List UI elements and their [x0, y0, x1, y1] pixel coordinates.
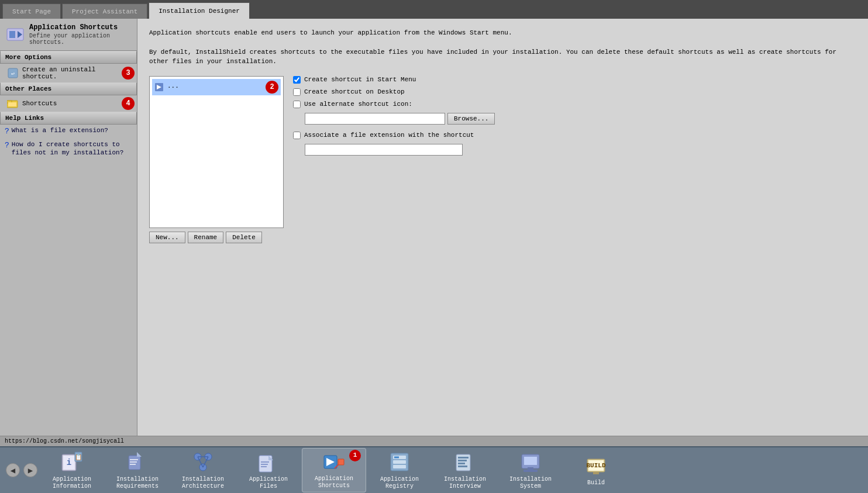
shortcut-buttons: New... Rename Delete	[149, 232, 284, 243]
checkbox-start-menu-label: Create shortcut in Start Menu	[304, 76, 416, 83]
taskbar-nav-right[interactable]: ▶	[23, 463, 37, 477]
svg-rect-53	[593, 472, 599, 474]
taskbar-item-app-files[interactable]: Application Files	[236, 448, 301, 492]
taskbar-nav-left[interactable]: ◀	[6, 463, 20, 477]
svg-text:i: i	[67, 458, 71, 467]
description-2: By default, InstallShield creates shortc…	[149, 47, 856, 67]
taskbar-item-app-info[interactable]: i 📋 Application Information	[40, 448, 104, 492]
svg-text:📋: 📋	[75, 453, 82, 461]
svg-rect-38	[393, 460, 406, 464]
badge-4: 4	[122, 97, 135, 110]
help-links-section: Help Links ? What is a file extension? ?…	[0, 112, 137, 158]
sidebar-item-shortcuts[interactable]: Shortcuts 4	[0, 95, 137, 112]
svg-rect-49	[524, 457, 537, 465]
svg-rect-48	[528, 467, 533, 470]
status-url: https://blog.csdn.net/songjisycall	[5, 438, 124, 444]
main-layout: Application Shortcuts Define your applic…	[0, 19, 868, 446]
svg-rect-47	[523, 470, 538, 472]
checkbox-start-menu[interactable]: Create shortcut in Start Menu	[293, 76, 856, 84]
app-shortcuts-header: Application Shortcuts Define your applic…	[0, 19, 137, 51]
inst-arch-icon	[191, 450, 215, 474]
shortcuts-icon	[7, 98, 19, 109]
svg-marker-17	[137, 452, 142, 457]
help-link-create-shortcuts[interactable]: ? How do I create shortcuts to files not…	[0, 139, 137, 159]
other-places-header: Other Places	[0, 82, 137, 95]
svg-rect-35	[338, 459, 344, 465]
checkbox-desktop-input[interactable]	[293, 88, 301, 96]
svg-rect-40	[394, 457, 399, 458]
checkbox-desktop[interactable]: Create shortcut on Desktop	[293, 88, 856, 96]
delete-button[interactable]: Delete	[226, 232, 262, 243]
taskbar-item-inst-arch[interactable]: Installation Architecture	[171, 448, 235, 492]
taskbar-label-inst-arch: Installation Architecture	[182, 476, 224, 490]
inst-req-icon	[126, 450, 149, 474]
app-shortcuts-icon	[6, 25, 25, 44]
taskbar-item-app-shortcuts[interactable]: Application Shortcuts 1	[302, 448, 366, 492]
checkbox-file-extension-label: Associate a file extension with the shor…	[304, 132, 474, 139]
content-area: Application shortcuts enable end users t…	[137, 19, 868, 446]
app-shortcuts-taskbar-icon	[322, 451, 346, 473]
checkbox-start-menu-input[interactable]	[293, 76, 301, 84]
more-options-header: More Options	[0, 51, 137, 64]
taskbar: ◀ ▶ i 📋 Application Information	[0, 446, 868, 493]
tab-installation-designer[interactable]: Installation Designer	[149, 2, 250, 19]
more-options-section: More Options ↩ Create an uninstall short…	[0, 51, 137, 82]
shortcut-file-icon	[154, 82, 164, 92]
taskbar-item-inst-req[interactable]: Installation Requirements	[105, 448, 170, 492]
svg-rect-39	[393, 465, 406, 468]
new-button[interactable]: New...	[149, 232, 185, 243]
taskbar-item-inst-interview[interactable]: Installation Interview	[433, 448, 497, 492]
icon-path-input[interactable]	[305, 113, 445, 125]
svg-rect-19	[130, 461, 137, 463]
svg-rect-45	[458, 466, 467, 467]
tab-start-page[interactable]: Start Page	[2, 4, 61, 19]
taskbar-badge-1: 1	[349, 450, 361, 461]
help-link-1-label: What is a file extension?	[12, 126, 108, 135]
svg-text:BUILD: BUILD	[586, 462, 605, 469]
svg-rect-18	[130, 459, 138, 460]
shortcut-list[interactable]: ··· 2	[149, 76, 284, 228]
tab-bar: Start Page Project Assistant Installatio…	[0, 0, 868, 19]
svg-text:↩: ↩	[11, 71, 15, 77]
sidebar-title: Application Shortcuts	[29, 23, 131, 32]
help-link-file-extension[interactable]: ? What is a file extension?	[0, 125, 137, 139]
other-places-section: Other Places Shortcuts 4	[0, 82, 137, 112]
options-area: Create shortcut in Start Menu Create sho…	[293, 76, 856, 243]
svg-rect-1	[9, 31, 15, 38]
taskbar-label-build: Build	[587, 480, 605, 487]
taskbar-label-app-files: Application Files	[249, 476, 288, 490]
rename-button[interactable]: Rename	[188, 232, 224, 243]
help-icon-1: ?	[5, 127, 9, 137]
shortcuts-label: Shortcuts	[22, 100, 57, 107]
checkbox-alternate-icon-input[interactable]	[293, 101, 301, 108]
browse-button[interactable]: Browse...	[447, 113, 495, 125]
sidebar-item-uninstall[interactable]: ↩ Create an uninstall shortcut. 3	[0, 64, 137, 82]
checkbox-alternate-icon[interactable]: Use alternate shortcut icon:	[293, 101, 856, 108]
shortcut-panel: ··· 2 New... Rename Delete Create shortc…	[149, 76, 856, 243]
uninstall-icon: ↩	[7, 67, 19, 79]
file-extension-input[interactable]	[305, 144, 463, 156]
taskbar-item-build[interactable]: BUILD Build	[564, 448, 628, 492]
svg-rect-30	[261, 464, 268, 465]
shortcut-list-container: ··· 2 New... Rename Delete	[149, 76, 284, 243]
svg-rect-31	[261, 466, 267, 467]
svg-rect-44	[458, 463, 465, 464]
icon-path-row: Browse...	[293, 113, 856, 125]
uninstall-label: Create an uninstall shortcut.	[22, 66, 119, 80]
tab-project-assistant[interactable]: Project Assistant	[62, 4, 147, 19]
status-bar: https://blog.csdn.net/songjisycall	[0, 436, 868, 446]
checkbox-file-extension[interactable]: Associate a file extension with the shor…	[293, 132, 856, 139]
taskbar-item-inst-system[interactable]: Installation System	[498, 448, 563, 492]
checkbox-alternate-icon-label: Use alternate shortcut icon:	[304, 101, 412, 108]
svg-rect-20	[130, 464, 136, 465]
file-extension-row	[293, 144, 856, 156]
taskbar-label-app-registry: Application Registry	[380, 476, 419, 490]
taskbar-label-inst-system: Installation System	[509, 476, 552, 490]
checkbox-file-extension-input[interactable]	[293, 132, 301, 139]
inst-system-icon	[519, 450, 542, 474]
taskbar-label-inst-req: Installation Requirements	[116, 476, 159, 490]
taskbar-item-app-registry[interactable]: Application Registry	[367, 448, 432, 492]
svg-rect-29	[261, 461, 269, 463]
svg-rect-42	[458, 457, 469, 458]
shortcut-list-item[interactable]: ··· 2	[152, 79, 281, 95]
